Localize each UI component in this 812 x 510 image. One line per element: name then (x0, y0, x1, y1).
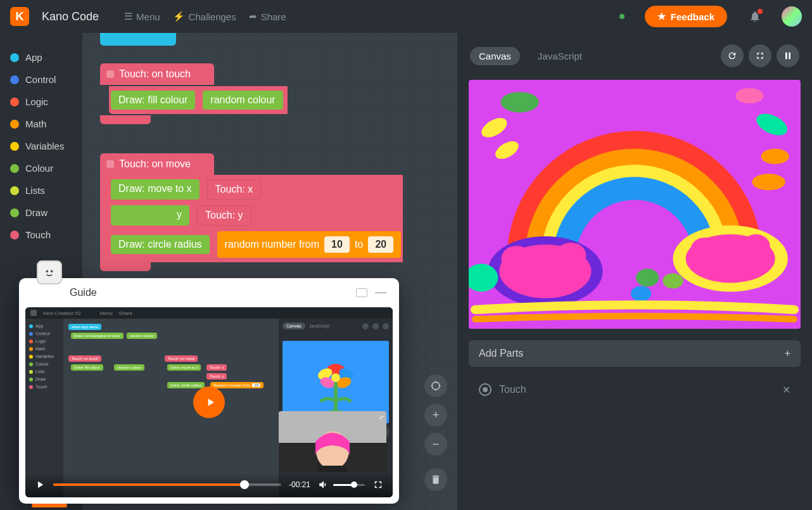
svg-point-33 (331, 373, 340, 382)
guide-accent-bar (32, 504, 67, 507)
block-app-partial[interactable] (100, 33, 176, 46)
bolt-icon: ⚡ (173, 11, 185, 22)
category-lists[interactable]: Lists (10, 185, 72, 196)
video-time-remaining: -00:21 (289, 480, 310, 489)
svg-point-11 (761, 149, 789, 164)
play-icon (34, 479, 46, 490)
guide-header: Guide (19, 278, 399, 307)
video-controls: -00:21 (25, 472, 393, 497)
canvas-output[interactable] (469, 80, 801, 329)
restart-button[interactable] (721, 44, 744, 67)
block-y[interactable]: y (111, 205, 189, 226)
mini-block: Touch: on touch (68, 355, 101, 362)
video-fullscreen-button[interactable] (372, 479, 384, 490)
menu-button[interactable]: ☰ Menu (124, 11, 160, 22)
block-label: to (355, 239, 363, 250)
challenges-button[interactable]: ⚡ Challenges (173, 11, 236, 22)
category-touch[interactable]: Touch (10, 229, 72, 240)
svg-point-20 (691, 238, 719, 260)
video-progress[interactable] (53, 483, 281, 486)
notifications-button[interactable] (749, 10, 761, 23)
center-button[interactable] (424, 374, 447, 397)
block-touch-y[interactable]: Touch: y (197, 205, 251, 226)
block-group-on-move[interactable]: Touch: on move Draw: move to x Touch: x … (100, 153, 403, 271)
video-play-button[interactable] (34, 479, 46, 490)
user-avatar[interactable] (782, 6, 802, 27)
category-app[interactable]: App (10, 52, 72, 63)
volume-track[interactable] (333, 484, 365, 486)
mini-share: Share (119, 310, 132, 316)
input-random-to[interactable]: 20 (368, 236, 393, 253)
category-label: Colour (25, 163, 53, 174)
guide-panel: Guide New Creation 52 Menu Share App Con… (19, 278, 399, 504)
mini-block: Draw: move to x (167, 364, 201, 371)
category-colour[interactable]: Colour (10, 163, 72, 174)
menu-label: Menu (136, 11, 160, 22)
share-button[interactable]: ➦ Share (249, 11, 286, 22)
canvas-drawing (469, 80, 801, 329)
guide-minimize-button[interactable] (375, 292, 386, 293)
zoom-in-button[interactable]: + (424, 404, 447, 426)
zoom-out-button[interactable]: − (424, 433, 447, 456)
video-progress-knob[interactable] (240, 480, 249, 489)
category-logic[interactable]: Logic (10, 96, 72, 107)
pause-button[interactable] (777, 44, 799, 67)
status-indicator (619, 14, 625, 19)
block-draw-fill-colour[interactable]: Draw: fill colour (111, 91, 195, 110)
mini-block: Draw: fill colour (71, 364, 103, 371)
topbar: K Kano Code ☰ Menu ⚡ Challenges ➦ Share … (0, 0, 812, 33)
guide-play-button[interactable] (193, 386, 225, 418)
svg-point-15 (501, 246, 531, 271)
remove-part-button[interactable]: ✕ (782, 384, 790, 396)
dot-icon (10, 98, 19, 106)
block-group-on-touch[interactable]: Touch: on touch Draw: fill colour random… (100, 63, 288, 124)
presenter-expand-button[interactable]: ⤢ (379, 414, 384, 421)
volume-fill (333, 484, 352, 486)
svg-point-25 (46, 270, 49, 272)
tab-canvas[interactable]: Canvas (470, 47, 520, 65)
workspace-controls: + − (424, 374, 447, 491)
block-label: Touch: on move (119, 158, 191, 169)
block-label: Touch: on touch (119, 68, 191, 79)
block-random-number[interactable]: random number from 10 to 20 (217, 231, 402, 258)
guide-popout-button[interactable] (356, 288, 367, 297)
part-touch[interactable]: Touch ✕ (469, 377, 801, 402)
block-draw-move-to-x[interactable]: Draw: move to x (111, 179, 200, 200)
mini-block: random colour (114, 364, 144, 371)
fullscreen-icon (755, 51, 765, 61)
mini-block: Touch: on move (165, 355, 198, 362)
trash-button[interactable] (424, 468, 447, 491)
mini-block: Touch: x (206, 364, 227, 371)
mini-block: Draw: circle radius (167, 382, 205, 388)
plus-icon: + (433, 409, 440, 422)
category-variables[interactable]: Variables (10, 141, 72, 151)
guide-video[interactable]: New Creation 52 Menu Share App Control L… (25, 307, 393, 497)
video-volume[interactable] (318, 479, 365, 490)
feedback-label: Feedback (671, 11, 714, 22)
mini-block: random colour (127, 333, 157, 339)
category-label: Lists (25, 185, 45, 196)
category-math[interactable]: Math (10, 118, 72, 129)
category-draw[interactable]: Draw (10, 207, 72, 218)
input-random-from[interactable]: 10 (324, 236, 350, 253)
app-logo[interactable]: K (10, 7, 29, 26)
svg-point-12 (752, 174, 785, 190)
feedback-button[interactable]: ★ Feedback (645, 6, 727, 27)
fullscreen-button[interactable] (749, 44, 771, 67)
block-touch-on-move[interactable]: Touch: on move (100, 153, 214, 175)
block-random-colour[interactable]: random colour (203, 91, 282, 110)
block-touch-on-touch[interactable]: Touch: on touch (100, 63, 214, 85)
add-parts-button[interactable]: Add Parts + (469, 340, 801, 367)
block-label: y (177, 209, 182, 220)
mini-block: Random number from10 (210, 382, 263, 388)
tab-javascript[interactable]: JavaScript (529, 47, 591, 65)
volume-knob[interactable] (351, 481, 357, 488)
block-touch-x[interactable]: Touch: x (207, 179, 262, 200)
category-label: Draw (25, 207, 48, 218)
block-label: Touch: y (205, 210, 243, 220)
block-label: Draw: circle radius (118, 239, 202, 250)
notification-dot (758, 9, 763, 14)
dot-icon (10, 120, 19, 129)
category-control[interactable]: Control (10, 74, 72, 85)
block-draw-circle-radius[interactable]: Draw: circle radius (111, 235, 210, 254)
